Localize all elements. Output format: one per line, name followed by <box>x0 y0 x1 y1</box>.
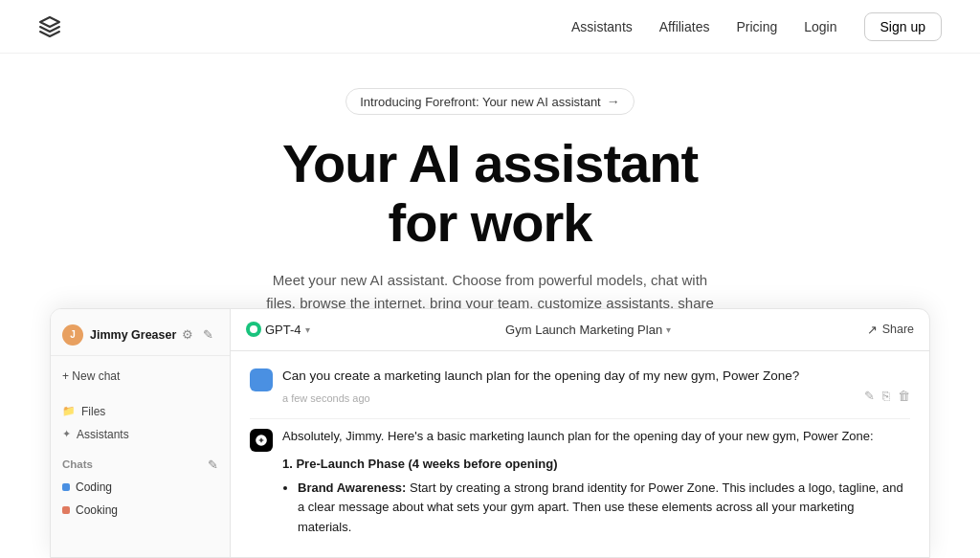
share-label: Share <box>882 323 914 336</box>
chat-item-coding[interactable]: Coding <box>51 476 230 499</box>
sidebar-files-section: 📁 Files ✦ Assistants <box>51 396 230 450</box>
chat-title-chevron-icon: ▾ <box>666 324 671 335</box>
chats-label: Chats <box>62 458 93 470</box>
user-message: Can you create a marketing launch plan f… <box>250 367 910 407</box>
sidebar-action-icons: ⚙ ✎ <box>182 327 218 343</box>
assistants-label: Assistants <box>77 428 129 441</box>
chats-new-icon[interactable]: ✎ <box>208 458 218 472</box>
hero-title: Your AI assistant for work <box>282 134 698 252</box>
ai-intro: Absolutely, Jimmy. Here's a basic market… <box>282 427 910 447</box>
share-button[interactable]: ↗ Share <box>867 323 914 337</box>
share-icon: ↗ <box>867 323 878 337</box>
sidebar-user-header: J Jimmy Greaser ⚙ ✎ <box>51 321 230 356</box>
files-icon: 📁 <box>62 405 76 417</box>
nav-login[interactable]: Login <box>804 19 836 34</box>
ai-bullet-list: Brand Awareness: Start by creating a str… <box>282 479 910 538</box>
chat-title-text: Gym Launch Marketing Plan <box>505 323 662 337</box>
coding-label: Coding <box>76 480 112 494</box>
cooking-label: Cooking <box>76 503 118 517</box>
model-chevron-icon: ▾ <box>305 324 310 335</box>
ai-message-content: Absolutely, Jimmy. Here's a basic market… <box>282 427 910 542</box>
ai-message-avatar <box>250 429 273 452</box>
user-message-content: Can you create a marketing launch plan f… <box>282 367 910 407</box>
app-preview: J Jimmy Greaser ⚙ ✎ + New chat 📁 Files ✦… <box>50 308 930 558</box>
chat-topbar: GPT-4 ▾ Gym Launch Marketing Plan ▾ ↗ Sh… <box>231 309 929 351</box>
chat-messages: Can you create a marketing launch plan f… <box>231 351 929 557</box>
chat-title-selector[interactable]: Gym Launch Marketing Plan ▾ <box>505 323 671 337</box>
nav-assistants[interactable]: Assistants <box>571 19 633 34</box>
files-label: Files <box>81 405 105 418</box>
logo[interactable] <box>38 15 61 38</box>
copy-icon[interactable]: ⎘ <box>882 389 890 403</box>
hero-badge-text: Introducing Forefront: Your new AI assis… <box>360 95 600 109</box>
gpt-icon <box>246 322 261 337</box>
sidebar-username: Jimmy Greaser <box>90 328 176 342</box>
nav-signup-button[interactable]: Sign up <box>864 12 942 41</box>
model-name: GPT-4 <box>265 323 301 337</box>
hero-badge[interactable]: Introducing Forefront: Your new AI assis… <box>345 88 634 115</box>
delete-icon[interactable]: 🗑 <box>898 389 910 403</box>
hero-badge-arrow: → <box>607 94 620 109</box>
new-chat-label: + New chat <box>62 369 120 383</box>
message-timestamp: a few seconds ago <box>282 392 370 404</box>
sidebar-assistants-item[interactable]: ✦ Assistants <box>62 423 218 446</box>
ai-bullet-item: Brand Awareness: Start by creating a str… <box>298 479 910 538</box>
nav-affiliates[interactable]: Affiliates <box>659 19 710 34</box>
sidebar-chats-header: Chats ✎ <box>51 450 230 476</box>
navbar: Assistants Affiliates Pricing Login Sign… <box>0 0 980 54</box>
ai-message: Absolutely, Jimmy. Here's a basic market… <box>250 427 910 542</box>
new-chat-icon[interactable]: ✎ <box>203 327 218 343</box>
ai-bullet-bold: Brand Awareness: <box>298 480 406 495</box>
coding-dot <box>62 483 70 491</box>
app-main: GPT-4 ▾ Gym Launch Marketing Plan ▾ ↗ Sh… <box>231 309 929 557</box>
sidebar-files-item[interactable]: 📁 Files <box>62 400 218 423</box>
nav-pricing[interactable]: Pricing <box>736 19 777 34</box>
user-message-avatar <box>250 368 273 391</box>
message-actions: ✎ ⎘ 🗑 <box>864 389 910 403</box>
cooking-dot <box>62 506 70 514</box>
chat-item-cooking[interactable]: Cooking <box>51 499 230 522</box>
ai-phase-title: 1. Pre-Launch Phase (4 weeks before open… <box>282 455 910 475</box>
assistants-icon: ✦ <box>62 428 71 440</box>
message-divider <box>250 418 910 419</box>
settings-icon[interactable]: ⚙ <box>182 327 197 343</box>
nav-links: Assistants Affiliates Pricing Login Sign… <box>571 12 942 41</box>
app-sidebar: J Jimmy Greaser ⚙ ✎ + New chat 📁 Files ✦… <box>51 309 231 557</box>
user-message-text: Can you create a marketing launch plan f… <box>282 367 910 386</box>
new-chat-button[interactable]: + New chat <box>51 362 230 391</box>
model-selector[interactable]: GPT-4 ▾ <box>246 322 310 337</box>
sidebar-user-info: J Jimmy Greaser <box>62 324 176 346</box>
edit-icon[interactable]: ✎ <box>864 389 875 403</box>
sidebar-user-avatar: J <box>62 324 83 346</box>
